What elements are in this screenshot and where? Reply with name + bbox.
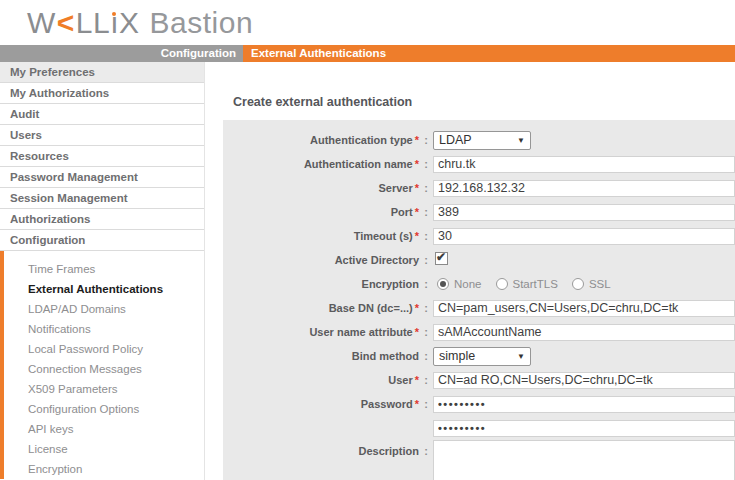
colon: :	[419, 445, 433, 457]
form-row-active-directory: Active Directory : ✔	[223, 248, 735, 272]
field-label: Timeout (s)*	[223, 230, 419, 242]
sidebar-subitem-time-frames[interactable]: Time Frames	[4, 259, 204, 279]
encryption-radio-ssl[interactable]: SSL	[572, 278, 611, 290]
colon: :	[419, 254, 433, 266]
breadcrumb: Configuration External Authentications	[0, 45, 735, 62]
field-label: Password*	[223, 398, 419, 410]
radio-selected-icon	[437, 278, 449, 290]
field-label: Port*	[223, 206, 419, 218]
sidebar-item-resources[interactable]: Resources	[0, 146, 204, 167]
configuration-submenu: Time Frames External Authentications LDA…	[0, 251, 204, 479]
sidebar: My Preferences My Authorizations Audit U…	[0, 62, 205, 480]
authentication-type-select[interactable]: LDAP ▼	[433, 131, 531, 150]
colon: :	[419, 302, 433, 314]
field-label: Authentication name*	[223, 158, 419, 170]
sidebar-item-my-authorizations[interactable]: My Authorizations	[0, 83, 204, 104]
password-input[interactable]	[433, 396, 735, 413]
logo-letter-x: X	[119, 8, 140, 38]
sidebar-item-my-preferences[interactable]: My Preferences	[0, 62, 204, 83]
field-label: Active Directory	[223, 254, 419, 266]
sidebar-item-audit[interactable]: Audit	[0, 104, 204, 125]
form-row-description: Description :	[223, 440, 735, 480]
form-row-user-name-attribute: User name attribute* :	[223, 320, 735, 344]
form-row-base-dn: Base DN (dc=...)* :	[223, 296, 735, 320]
app-header: W < LL ı X Bastion	[0, 0, 735, 45]
logo-product-name: Bastion	[150, 8, 254, 38]
form-row-authentication-type: Authentication type* : LDAP ▼	[223, 128, 735, 152]
active-directory-checkbox[interactable]: ✔	[435, 252, 448, 265]
form-row-timeout: Timeout (s)* :	[223, 224, 735, 248]
colon: :	[419, 350, 433, 362]
colon: :	[419, 158, 433, 170]
create-authentication-form: Authentication type* : LDAP ▼ Authentica…	[223, 120, 735, 480]
base-dn-input[interactable]	[433, 300, 735, 317]
user-input[interactable]	[433, 372, 735, 389]
sidebar-subitem-external-authentications[interactable]: External Authentications	[4, 279, 204, 299]
form-row-encryption: Encryption : None StartTLS	[223, 272, 735, 296]
wallix-logo[interactable]: W < LL ı X Bastion	[27, 8, 253, 38]
sidebar-subitem-notifications[interactable]: Notifications	[4, 319, 204, 339]
encryption-radio-starttls[interactable]: StartTLS	[496, 278, 558, 290]
form-row-port: Port* :	[223, 200, 735, 224]
sidebar-item-users[interactable]: Users	[0, 125, 204, 146]
sidebar-subitem-local-password-policy[interactable]: Local Password Policy	[4, 339, 204, 359]
field-label: Server*	[223, 182, 419, 194]
colon: :	[419, 374, 433, 386]
logo-letters-ll: LL	[76, 8, 110, 38]
dropdown-arrow-icon: ▼	[517, 352, 525, 361]
port-input[interactable]	[433, 204, 735, 221]
field-label: User name attribute*	[223, 326, 419, 338]
sidebar-subitem-ldap-ad-domains[interactable]: LDAP/AD Domains	[4, 299, 204, 319]
logo-letter-w: W	[27, 8, 56, 38]
field-label: Bind method	[223, 350, 419, 362]
breadcrumb-page-external-authentications[interactable]: External Authentications	[243, 45, 735, 62]
field-label: Description	[223, 445, 419, 457]
sidebar-item-session-management[interactable]: Session Management	[0, 188, 204, 209]
encryption-radio-none[interactable]: None	[437, 278, 482, 290]
server-input[interactable]	[433, 180, 735, 197]
colon: :	[419, 182, 433, 194]
form-row-bind-method: Bind method : simple ▼	[223, 344, 735, 368]
sidebar-subitem-x509-parameters[interactable]: X509 Parameters	[4, 379, 204, 399]
bind-method-select[interactable]: simple ▼	[433, 347, 531, 366]
form-row-server: Server* :	[223, 176, 735, 200]
timeout-input[interactable]	[433, 228, 735, 245]
sidebar-subitem-license[interactable]: License	[4, 439, 204, 459]
check-icon: ✔	[436, 250, 446, 264]
page-title: Create external authentication	[233, 95, 735, 109]
colon: :	[419, 326, 433, 338]
encryption-radio-group: None StartTLS SSL	[437, 278, 735, 290]
colon: :	[419, 230, 433, 242]
colon: :	[419, 134, 433, 146]
password-confirm-input[interactable]	[433, 420, 735, 437]
user-name-attribute-input[interactable]	[433, 324, 735, 341]
logo-i-dot-icon	[112, 12, 116, 16]
colon: :	[419, 206, 433, 218]
sidebar-subitem-api-keys[interactable]: API keys	[4, 419, 204, 439]
sidebar-item-authorizations[interactable]: Authorizations	[0, 209, 204, 230]
radio-unselected-icon	[496, 278, 508, 290]
logo-letter-i: ı	[110, 8, 119, 38]
sidebar-subitem-encryption[interactable]: Encryption	[4, 459, 204, 479]
form-row-user: User* :	[223, 368, 735, 392]
sidebar-item-configuration[interactable]: Configuration	[0, 230, 204, 251]
content-area: My Preferences My Authorizations Audit U…	[0, 62, 735, 480]
field-label: User*	[223, 374, 419, 386]
dropdown-arrow-icon: ▼	[517, 136, 525, 145]
colon: :	[419, 398, 433, 410]
colon: :	[419, 278, 433, 290]
sidebar-item-password-management[interactable]: Password Management	[0, 167, 204, 188]
authentication-name-input[interactable]	[433, 156, 735, 173]
form-row-password: Password* :	[223, 392, 735, 416]
form-row-password-confirm	[223, 416, 735, 440]
sidebar-subitem-configuration-options[interactable]: Configuration Options	[4, 399, 204, 419]
form-row-authentication-name: Authentication name* :	[223, 152, 735, 176]
sidebar-subitem-connection-messages[interactable]: Connection Messages	[4, 359, 204, 379]
breadcrumb-section-configuration[interactable]: Configuration	[0, 45, 243, 62]
radio-unselected-icon	[572, 278, 584, 290]
description-textarea[interactable]	[433, 440, 735, 480]
field-label: Authentication type*	[223, 134, 419, 146]
main-content: Create external authentication Authentic…	[205, 62, 735, 480]
field-label: Encryption	[223, 278, 419, 290]
logo-accent-chevron: <	[57, 8, 75, 38]
